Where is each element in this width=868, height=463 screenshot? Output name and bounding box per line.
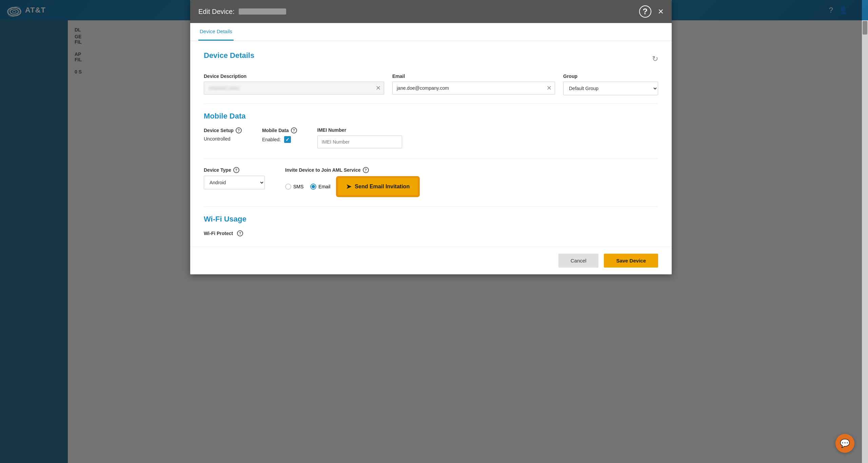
- modal-title-value: [239, 8, 286, 15]
- mobile-data-enabled-row: Enabled:: [262, 136, 297, 143]
- imei-group: IMEI Number: [317, 127, 402, 148]
- send-email-button-label: Send Email Invitation: [355, 184, 410, 190]
- email-label: Email: [392, 73, 555, 79]
- cancel-button[interactable]: Cancel: [558, 254, 599, 268]
- section-header: Device Details ↻: [204, 51, 658, 67]
- mobile-data-label: Mobile Data ?: [262, 127, 297, 133]
- email-input-wrapper: ✕: [392, 82, 555, 94]
- mobile-data-row: Device Setup ? Uncontrolled Mobile Data …: [204, 127, 658, 148]
- chat-bubble[interactable]: 💬: [835, 434, 854, 453]
- modal-close-button[interactable]: ×: [658, 7, 664, 16]
- radio-email[interactable]: Email: [310, 184, 330, 190]
- email-group: Email ✕: [392, 73, 555, 94]
- device-type-group: Device Type ? Android iOS Windows: [204, 167, 265, 189]
- imei-label: IMEI Number: [317, 127, 402, 133]
- radio-email-label: Email: [318, 184, 330, 189]
- send-icon: ➤: [346, 183, 351, 190]
- device-setup-group: Device Setup ? Uncontrolled: [204, 127, 242, 142]
- section-title-mobile-data: Mobile Data: [204, 112, 658, 121]
- modal-tabs: Device Details: [190, 23, 672, 41]
- device-type-invite-row: Device Type ? Android iOS Windows Invite…: [204, 167, 658, 196]
- group-label: Group: [563, 73, 658, 79]
- refresh-icon[interactable]: ↻: [652, 55, 658, 63]
- invite-label: Invite Device to Join AML Service ?: [285, 167, 419, 173]
- invite-options: SMS Email ➤ Send Email Invitation: [285, 177, 419, 196]
- modal-title-prefix: Edit Device:: [198, 8, 235, 16]
- device-description-label: Device Description: [204, 73, 384, 79]
- group-group: Group Default Group: [563, 73, 658, 95]
- section-divider-2: [204, 159, 658, 159]
- modal-header: Edit Device: ? ×: [190, 0, 672, 23]
- device-description-group: Device Description ✕: [204, 73, 384, 94]
- device-type-select[interactable]: Android iOS Windows: [204, 176, 265, 189]
- imei-input[interactable]: [317, 135, 402, 148]
- device-description-input-wrapper: ✕: [204, 82, 384, 94]
- mobile-data-checkbox[interactable]: [284, 136, 291, 143]
- wifi-protect-label: Wi-Fi Protect ?: [204, 230, 658, 236]
- group-select[interactable]: Default Group: [563, 82, 658, 95]
- radio-email-btn[interactable]: [310, 184, 316, 190]
- invite-help-icon[interactable]: ?: [363, 167, 369, 173]
- scrollbar-track: [862, 20, 868, 463]
- device-description-clear-icon[interactable]: ✕: [376, 84, 381, 92]
- email-clear-icon[interactable]: ✕: [547, 84, 552, 92]
- scrollbar-thumb[interactable]: [863, 21, 867, 35]
- modal-overlay: Edit Device: ? × Device Details Device D…: [0, 0, 862, 463]
- modal-header-actions: ? ×: [639, 5, 664, 18]
- radio-sms-btn[interactable]: [285, 184, 291, 190]
- radio-sms-label: SMS: [293, 184, 303, 189]
- device-type-help-icon[interactable]: ?: [233, 167, 239, 173]
- radio-sms[interactable]: SMS: [285, 184, 303, 190]
- section-title-wifi: Wi-Fi Usage: [204, 215, 658, 224]
- device-setup-label: Device Setup ?: [204, 127, 242, 133]
- chat-bubble-icon: 💬: [840, 439, 850, 448]
- section-divider-1: [204, 103, 658, 104]
- save-device-button[interactable]: Save Device: [604, 254, 658, 268]
- modal-footer: Cancel Save Device: [190, 247, 672, 274]
- device-setup-help-icon[interactable]: ?: [236, 127, 242, 133]
- edit-device-modal: Edit Device: ? × Device Details Device D…: [190, 0, 672, 274]
- section-title-device-details: Device Details: [204, 51, 254, 60]
- mobile-data-field-group: Mobile Data ? Enabled:: [262, 127, 297, 143]
- device-type-label: Device Type ?: [204, 167, 265, 173]
- device-description-input[interactable]: [204, 82, 384, 94]
- modal-title: Edit Device:: [198, 8, 286, 16]
- invite-section: Invite Device to Join AML Service ? SMS: [285, 167, 419, 196]
- modal-help-button[interactable]: ?: [639, 5, 651, 18]
- mobile-data-enabled-label: Enabled:: [262, 137, 281, 142]
- device-setup-value: Uncontrolled: [204, 136, 242, 142]
- mobile-data-help-icon[interactable]: ?: [291, 127, 297, 133]
- wifi-usage-section: Wi-Fi Usage Wi-Fi Protect ?: [204, 215, 658, 236]
- device-details-section: Device Details ↻ Device Description ✕: [204, 51, 658, 95]
- device-details-form-row: Device Description ✕ Email ✕: [204, 73, 658, 95]
- tab-device-details[interactable]: Device Details: [198, 23, 234, 41]
- section-divider-3: [204, 206, 658, 207]
- mobile-data-section: Mobile Data Device Setup ? Uncontrolled …: [204, 112, 658, 196]
- email-input[interactable]: [392, 82, 555, 94]
- wifi-protect-help-icon[interactable]: ?: [237, 230, 243, 236]
- modal-body: Device Details ↻ Device Description ✕: [190, 41, 672, 247]
- send-email-button[interactable]: ➤ Send Email Invitation: [337, 177, 419, 196]
